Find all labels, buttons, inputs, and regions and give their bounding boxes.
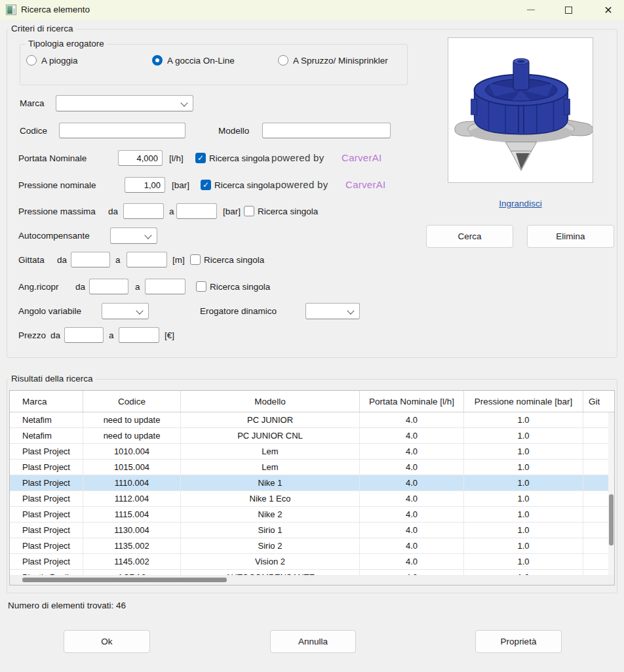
table-cell: Plast Project [10, 460, 83, 475]
table-cell: need to update [83, 428, 181, 443]
pressione-massima-single-checkbox[interactable] [244, 206, 254, 216]
maximize-button[interactable] [554, 0, 583, 20]
vertical-scrollbar-thumb[interactable] [609, 494, 614, 545]
radio-a-goccia-on-line[interactable] [152, 55, 163, 66]
product-image-frame [448, 37, 593, 183]
gittata-single-checkbox[interactable] [190, 254, 201, 265]
pressione-massima-a-label: a [169, 207, 174, 216]
table-row[interactable]: Plast Project1110.004Nike 14.01.0 [10, 475, 614, 491]
portata-single-checkbox[interactable] [195, 153, 206, 163]
pressione-massima-label: Pressione massima [18, 207, 96, 216]
pressione-nominale-single-checkbox[interactable] [201, 180, 211, 190]
column-header-gittata[interactable]: Git [583, 391, 614, 412]
table-cell: 4.0 [360, 523, 464, 538]
table-row[interactable]: Plast Project1135.002Sirio 24.01.0 [10, 538, 614, 554]
table-cell: Plast Project [10, 538, 83, 553]
table-row[interactable]: Plast Project1115.004Nike 24.01.0 [10, 507, 614, 523]
portata-carverai-brand: CarverAI [341, 152, 382, 163]
ang-ricopr-a-label: a [135, 282, 140, 292]
results-body: Netafimneed to updatePC JUNIOR4.01.0Neta… [10, 412, 614, 576]
column-header-pressione[interactable]: Pressione nominale [bar] [464, 391, 583, 412]
erogatore-dinamico-label: Erogatore dinamico [200, 306, 277, 316]
autocompensante-dropdown[interactable] [110, 227, 157, 244]
table-cell: Plast Project [10, 475, 83, 490]
ok-button[interactable]: Ok [64, 630, 150, 653]
table-row[interactable]: Plast Project1145.002Vision 24.01.0 [10, 554, 614, 570]
table-row[interactable]: Netafimneed to updatePC JUNIOR CNL4.01.0 [10, 428, 614, 444]
gittata-label: Gittata [18, 255, 45, 265]
table-cell: need to update [83, 412, 181, 427]
table-cell: 1.0 [464, 428, 583, 443]
table-cell: 4.0 [360, 491, 464, 506]
table-cell: 1112.004 [83, 491, 181, 506]
close-button[interactable]: ✕ [594, 0, 623, 20]
table-cell: Plast Project [10, 444, 83, 459]
radio-a-pioggia[interactable] [26, 55, 37, 66]
prezzo-label: Prezzo [18, 330, 46, 340]
table-row[interactable]: Plast Project1015.004Lem4.01.0 [10, 460, 614, 475]
results-table-header: Marca Codice Modello Portata Nominale [l… [10, 391, 614, 412]
table-cell: 4.0 [360, 554, 464, 569]
horizontal-scrollbar-thumb[interactable] [22, 578, 227, 582]
portata-label: Portata Nominale [18, 153, 87, 163]
pressione-powered-by: powered by [275, 179, 328, 190]
table-row[interactable]: Plast Project1112.004Nike 1 Eco4.01.0 [10, 491, 614, 507]
portata-input[interactable] [118, 150, 163, 166]
table-cell: 4.0 [360, 475, 464, 490]
table-cell: Plast Project [10, 554, 83, 569]
table-row[interactable]: Plast Project1010.004Lem4.01.0 [10, 444, 614, 460]
ang-ricopr-single-label: Ricerca singola [210, 282, 270, 292]
erogatore-dinamico-dropdown[interactable] [305, 303, 360, 319]
gittata-from-input[interactable] [71, 252, 110, 267]
pressione-nominale-label: Pressione nominale [18, 180, 96, 190]
column-header-codice[interactable]: Codice [83, 391, 181, 412]
cerca-button[interactable]: Cerca [426, 225, 513, 248]
proprieta-button[interactable]: Proprietà [475, 630, 562, 653]
prezzo-to-input[interactable] [119, 327, 159, 343]
elimina-button[interactable]: Elimina [527, 225, 614, 248]
pressione-carverai-brand: CarverAI [345, 179, 386, 190]
ingrandisci-link[interactable]: Ingrandisci [448, 199, 593, 208]
table-cell: Nike 1 Eco [181, 491, 360, 506]
table-cell: 1.0 [464, 507, 583, 522]
minimize-button[interactable] [517, 0, 545, 20]
column-header-modello[interactable]: Modello [181, 391, 360, 412]
dripper-product-image [448, 38, 593, 182]
radio-a-spruzzo[interactable] [278, 55, 288, 66]
annulla-button[interactable]: Annulla [270, 630, 356, 653]
vertical-scrollbar[interactable] [608, 412, 614, 575]
table-cell: Sirio 2 [181, 538, 360, 553]
ang-ricopr-label: Ang.ricopr [18, 282, 59, 292]
prezzo-from-input[interactable] [64, 327, 104, 343]
angolo-variabile-label: Angolo variabile [18, 306, 81, 316]
gittata-to-input[interactable] [127, 252, 167, 267]
column-header-portata[interactable]: Portata Nominale [l/h] [360, 391, 464, 412]
gittata-a-label: a [115, 255, 121, 265]
pressione-massima-from-input[interactable] [123, 203, 164, 219]
codice-input[interactable] [59, 123, 185, 138]
criteria-group-label: Criteri di ricerca [9, 24, 76, 33]
table-cell: 1.0 [464, 460, 583, 475]
ang-ricopr-single-checkbox[interactable] [196, 281, 206, 292]
radio-a-spruzzo-label: A Spruzzo/ Minisprinkler [293, 56, 388, 66]
angolo-variabile-dropdown[interactable] [102, 303, 149, 319]
title-bar: Ricerca elemento ✕ [0, 0, 624, 20]
pressione-massima-to-input[interactable] [176, 203, 217, 219]
table-cell: PC JUNIOR CNL [181, 428, 360, 443]
table-cell: 1015.004 [83, 460, 181, 475]
pressione-nominale-input[interactable] [125, 177, 165, 193]
modello-input[interactable] [262, 123, 391, 138]
ang-ricopr-to-input[interactable] [145, 279, 185, 294]
column-header-marca[interactable]: Marca [10, 391, 83, 412]
table-cell: Plast Project [10, 523, 83, 538]
table-row[interactable]: Netafimneed to updatePC JUNIOR4.01.0 [10, 412, 614, 428]
table-row[interactable]: Plast Project1130.004Sirio 14.01.0 [10, 523, 614, 538]
pressione-nominale-single-label: Ricerca singola [214, 180, 275, 190]
horizontal-scrollbar[interactable] [10, 575, 614, 585]
ang-ricopr-from-input[interactable] [89, 279, 128, 294]
marca-dropdown[interactable] [56, 95, 193, 111]
table-cell: 1010.004 [83, 444, 181, 459]
radio-a-goccia-on-line-label: A goccia On-Line [167, 56, 235, 66]
table-cell: PC JUNIOR [181, 412, 360, 427]
table-cell: Lem [181, 444, 360, 459]
